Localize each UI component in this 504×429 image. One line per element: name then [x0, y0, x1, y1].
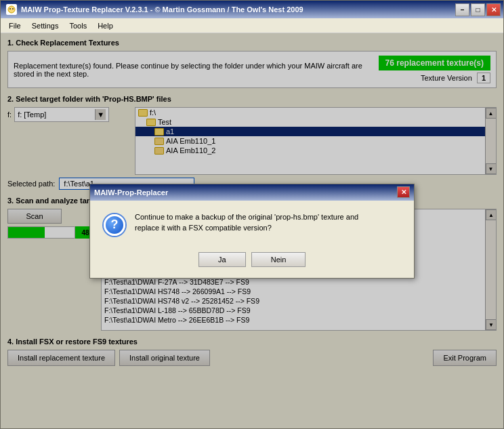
dialog-yes-button[interactable]: Ja	[198, 252, 246, 267]
app-icon	[6, 4, 17, 15]
svg-point-1	[9, 8, 11, 9]
dialog-message: Continue to make a backup of the origina…	[135, 211, 358, 233]
close-button[interactable]: ✕	[486, 3, 501, 16]
minimize-button[interactable]: –	[455, 3, 469, 16]
dialog-no-button[interactable]: Nein	[251, 252, 306, 267]
main-window: MAIW Prop-Texture Replacer V.2.3.1 - © M…	[0, 0, 504, 429]
dialog-info-icon: ?	[104, 214, 125, 236]
modal-overlay: MAIW-Prop-Replacer ✕ ? Continue to make …	[1, 33, 503, 428]
title-bar-buttons: – □ ✕	[455, 3, 501, 16]
svg-point-0	[8, 6, 15, 13]
menu-settings[interactable]: Settings	[26, 20, 64, 31]
main-content: 1. Check Replacement Textures Replacemen…	[1, 33, 503, 428]
menu-tools[interactable]: Tools	[64, 20, 92, 31]
dialog-message-line1: Continue to make a backup of the origina…	[135, 213, 358, 221]
dialog-buttons: Ja Nein	[90, 247, 414, 278]
dialog-message-line2: replace it with a FSX compatible version…	[135, 224, 272, 232]
dialog-close-button[interactable]: ✕	[397, 186, 410, 198]
dialog-title: MAIW-Prop-Replacer	[94, 188, 168, 197]
dialog: MAIW-Prop-Replacer ✕ ? Continue to make …	[89, 184, 415, 279]
menu-file[interactable]: File	[3, 20, 26, 31]
window-title: MAIW Prop-Texture Replacer V.2.3.1 - © M…	[21, 5, 303, 14]
menu-bar: File Settings Tools Help	[1, 18, 503, 33]
title-bar: MAIW Prop-Texture Replacer V.2.3.1 - © M…	[1, 1, 503, 18]
menu-help[interactable]: Help	[92, 20, 119, 31]
dialog-body: ? Continue to make a backup of the origi…	[90, 201, 414, 247]
maximize-button[interactable]: □	[471, 3, 485, 16]
svg-point-2	[12, 8, 14, 9]
dialog-title-bar: MAIW-Prop-Replacer ✕	[90, 184, 414, 201]
title-bar-left: MAIW Prop-Texture Replacer V.2.3.1 - © M…	[6, 4, 303, 15]
